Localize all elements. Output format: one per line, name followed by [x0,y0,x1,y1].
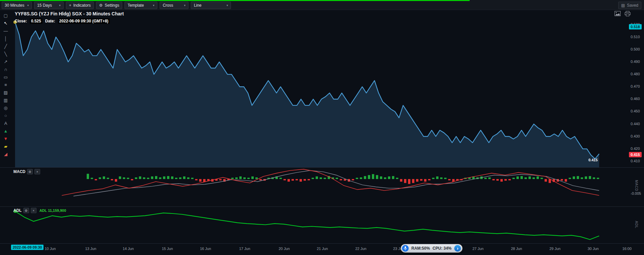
price-axis-tick: 0.490 [631,60,640,64]
tool-arrow-up-icon[interactable]: ▲ [2,128,9,134]
tool-vertical-line-icon[interactable]: │ [2,36,9,41]
time-axis-tick: 22 Jun [355,247,366,251]
adl-pane-header: ADL ⚙ × ADL 11,159,900 [13,208,66,213]
timeframe-dropdown[interactable]: 30 Minutes ▾ [2,2,32,9]
chevron-down-icon: ▾ [59,4,61,7]
price-axis-tick: 0.410 [631,159,640,163]
time-axis-tick: 16 Jun [200,247,211,251]
crosshair-mode-dropdown[interactable]: Cross ▾ [160,2,188,9]
macd-axis-label: MACD [635,180,638,191]
indicators-label: Indicators [73,3,91,8]
price-area [15,22,599,167]
pane-divider[interactable] [0,206,644,207]
price-axis-tick: 0.430 [631,134,640,138]
indicators-button[interactable]: + Indicators [66,2,94,9]
price-axis-tick: 0.510 [631,35,640,39]
tool-marker-icon[interactable]: ▰ [2,144,9,149]
chevron-down-icon: ▾ [27,4,29,7]
progress-bar [0,0,470,1]
date-value: 2022-06-09 09:30 (GMT+8) [58,18,110,24]
ram-usage: RAM:50% [411,246,430,251]
saved-label: Saved [627,3,638,8]
price-axis-tick: 0.450 [631,109,640,113]
tool-ray-line-icon[interactable]: ╲ [2,51,9,57]
tool-marquee-icon[interactable]: ▢ [2,13,9,18]
adl-settings-button[interactable]: ⚙ [23,208,29,213]
macd-last-value: -0.005 [631,191,641,195]
chevron-down-icon: ▾ [153,4,155,7]
settings-button[interactable]: ⚙ Settings [96,2,122,9]
tool-parallel-lines-icon[interactable]: ≡ [2,82,9,87]
price-axis-tick: 0.420 [631,147,640,151]
close-icon: × [32,209,34,212]
price-pane[interactable] [11,10,606,167]
save-icon: ▤ [621,3,625,8]
tool-arc-icon[interactable]: ∩ [2,67,9,72]
last-price-label: 0.415 [588,158,598,162]
chart-title: YYF8S.SG (YZJ Fin Hldg) SGX - 30 Minutes… [15,11,124,16]
adl-pane[interactable] [11,207,606,242]
tool-ellipse-icon[interactable]: ○ [2,113,9,118]
close-label: Close: [15,19,27,23]
chart-type-dropdown[interactable]: Line ▾ [191,2,231,9]
adl-axis-label: ADL [635,221,638,228]
timeframe-value: 30 Minutes [5,3,24,8]
chevron-down-icon: ▾ [184,4,186,7]
time-axis-tick: 10 Jun [45,247,56,251]
adl-close-button[interactable]: × [31,208,36,213]
cpu-usage: CPU: 34% [432,246,452,251]
macd-signal-line [74,171,599,196]
expand-chevron-icon[interactable]: › [454,245,461,252]
time-axis-tick: 21 Jun [317,247,328,251]
tool-extended-line-icon[interactable]: ↗ [2,59,9,64]
tool-rectangle-icon[interactable]: ▭ [2,74,9,80]
adl-value-badge: ADL 11,159,900 [39,208,66,212]
last-price-badge: 0.415 [629,152,642,157]
tool-trend-line-icon[interactable]: ╱ [2,44,9,49]
system-monitor-widget[interactable]: RAM:50% CPU: 34% › [401,244,463,253]
time-axis-tick: 16:00 [622,247,632,251]
chart-application: 30 Minutes ▾ 15 Days ▾ + Indicators ⚙ Se… [0,0,644,255]
price-axis-tick: 0.470 [631,84,640,88]
time-axis-tick: 28 Jun [511,247,522,251]
ohlc-readout: Close: 0.525 Date: 2022-06-09 09:30 (GMT… [15,18,110,24]
time-axis-tick: 29 Jun [549,247,560,251]
tool-target-icon[interactable]: ◎ [2,105,9,110]
macd-settings-button[interactable]: ⚙ [27,169,33,174]
crosshair-price-badge: 0.518 [629,24,642,29]
tool-eraser-icon[interactable]: ◢ [2,151,9,157]
tool-cursor-icon[interactable]: ↖ [2,20,9,26]
adl-pane-title: ADL [13,208,22,213]
close-icon: × [36,170,38,174]
price-axis-tick: 0.500 [631,47,640,51]
pane-divider[interactable] [0,167,644,168]
time-axis-tick: 14 Jun [123,247,134,251]
tool-hatch-icon[interactable]: ▨ [2,90,9,95]
time-axis-tick: 20 Jun [278,247,290,251]
template-dropdown[interactable]: Template ▾ [125,2,157,9]
range-dropdown[interactable]: 15 Days ▾ [34,2,64,9]
tool-bars-pattern-icon[interactable]: ▥ [2,97,9,103]
date-label: Date: [45,19,55,23]
print-icon[interactable] [625,11,631,18]
macd-pane[interactable] [11,168,606,206]
adl-line [15,211,599,240]
assistant-mic-icon[interactable] [402,245,409,252]
drawing-toolbar: ▢↖—│╱╲↗∩▭≡▨▥◎○A▲▼▰◢ [0,10,11,255]
saved-button[interactable]: ▤ Saved [618,2,641,9]
tool-arrow-down-icon[interactable]: ▼ [2,136,9,141]
chart-type-value: Line [194,3,202,8]
macd-pane-header: MACD ⚙ × [13,169,40,174]
macd-close-button[interactable]: × [34,169,40,174]
settings-label: Settings [105,3,119,8]
price-axis-tick: 0.480 [631,72,640,76]
macd-pane-title: MACD [13,169,25,174]
time-axis-tick: 15 Jun [162,247,173,251]
top-toolbar: 30 Minutes ▾ 15 Days ▾ + Indicators ⚙ Se… [0,0,644,10]
price-axis-tick: 0.440 [631,122,640,126]
plus-icon: + [69,3,71,8]
close-value: 0.525 [30,18,43,24]
tool-horizontal-line-icon[interactable]: — [2,28,9,33]
snapshot-icon[interactable] [615,11,621,18]
tool-text-icon[interactable]: A [2,120,9,126]
